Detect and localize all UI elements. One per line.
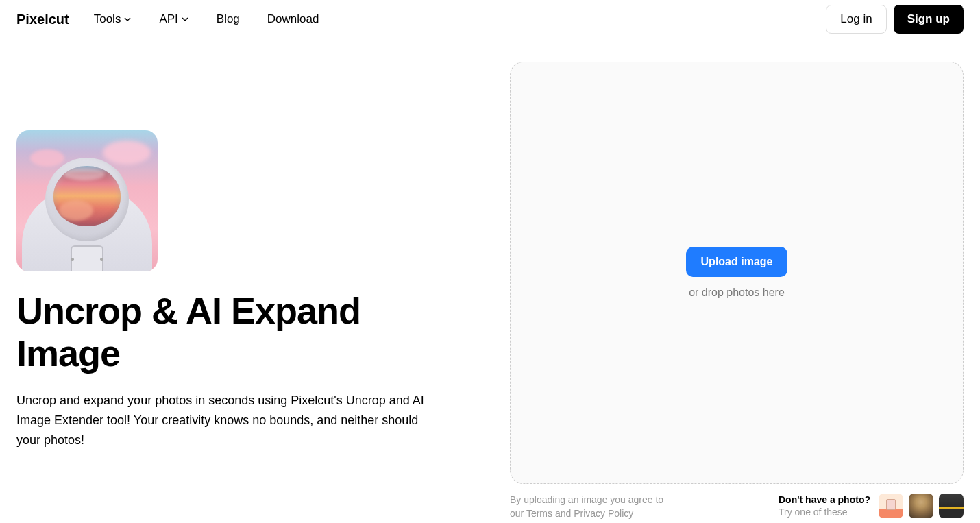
privacy-link[interactable]: Privacy Policy (574, 508, 633, 519)
drop-text: or drop photos here (689, 287, 785, 299)
nav-item-label: Tools (94, 12, 121, 26)
main: Uncrop & AI Expand Image Uncrop and expa… (0, 38, 980, 520)
navbar: Pixelcut Tools API Blog Download Log in … (0, 0, 980, 38)
logo[interactable]: Pixelcut (16, 12, 69, 27)
page-description: Uncrop and expand your photos in seconds… (16, 391, 428, 450)
nav-item-download[interactable]: Download (267, 12, 319, 26)
nav-item-blog[interactable]: Blog (217, 12, 240, 26)
nav-item-label: API (159, 12, 177, 26)
terms-text: By uploading an image you agree to our T… (510, 494, 667, 520)
upload-section: Upload image or drop photos here By uplo… (510, 62, 964, 520)
login-button[interactable]: Log in (826, 5, 886, 34)
signup-button[interactable]: Sign up (894, 5, 964, 34)
hero-section: Uncrop & AI Expand Image Uncrop and expa… (16, 62, 441, 520)
sample-thumb-car[interactable] (939, 494, 964, 518)
chevron-down-icon (181, 15, 189, 23)
hero-image-astronaut (16, 130, 158, 271)
nav-item-api[interactable]: API (159, 12, 188, 26)
nav-item-label: Blog (217, 12, 240, 26)
nav-right: Log in Sign up (826, 5, 964, 34)
dropzone[interactable]: Upload image or drop photos here (510, 62, 964, 484)
sample-thumb-dog[interactable] (909, 494, 933, 518)
samples-text: Don't have a photo? Try one of these (779, 494, 870, 518)
page-title: Uncrop & AI Expand Image (16, 289, 441, 374)
sample-thumb-perfume[interactable] (879, 494, 903, 518)
nav-links: Tools API Blog Download (94, 12, 826, 26)
upload-button[interactable]: Upload image (686, 247, 788, 277)
chevron-down-icon (123, 15, 132, 23)
terms-link[interactable]: Terms (526, 508, 552, 519)
upload-footer: By uploading an image you agree to our T… (510, 494, 964, 520)
samples: Don't have a photo? Try one of these (779, 494, 964, 518)
samples-subtitle: Try one of these (779, 506, 870, 518)
nav-item-label: Download (267, 12, 319, 26)
samples-question: Don't have a photo? (779, 494, 870, 506)
sample-thumbs (879, 494, 964, 518)
nav-item-tools[interactable]: Tools (94, 12, 132, 26)
